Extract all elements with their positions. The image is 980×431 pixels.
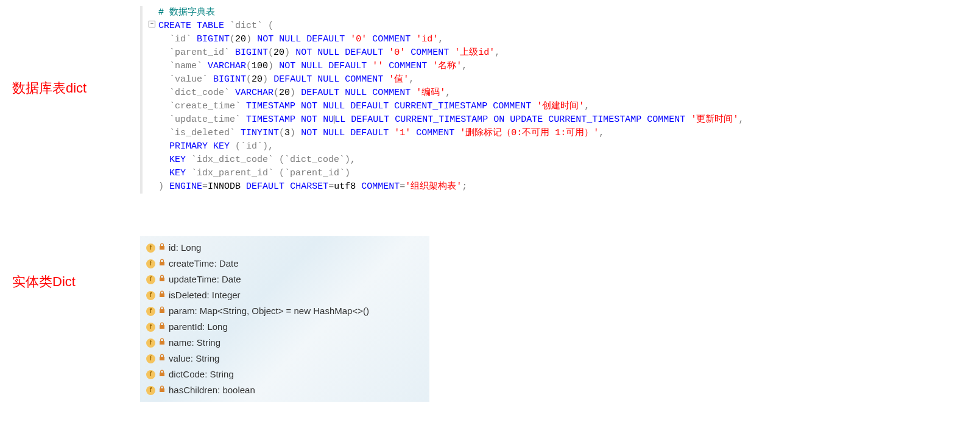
entity-field-row: fvalue: String <box>146 351 423 366</box>
entity-field-text: parentId: Long <box>169 319 228 335</box>
entity-field-text: name: String <box>169 335 220 351</box>
entity-fields-panel: fid: LongfcreateTime: DatefupdateTime: D… <box>140 236 429 402</box>
lock-icon <box>159 351 165 366</box>
entity-field-row: fhasChildren: boolean <box>146 382 423 398</box>
gutter-bar <box>140 6 143 194</box>
entity-field-row: fisDeleted: Integer <box>146 287 423 303</box>
field-icon: f <box>146 338 155 348</box>
entity-field-text: isDeleted: Integer <box>169 287 241 303</box>
sql-comment: # 数据字典表 <box>158 7 215 18</box>
entity-field-row: fupdateTime: Date <box>146 272 423 287</box>
lock-icon <box>159 319 165 335</box>
lock-icon <box>159 382 165 398</box>
lock-icon <box>159 240 165 256</box>
sql-code: # 数据字典表 CREATE TABLE `dict` ( `id` BIGIN… <box>158 6 980 194</box>
entity-field-row: fparam: Map<String, Object> = new HashMa… <box>146 303 423 319</box>
lock-icon <box>159 256 165 272</box>
field-icon: f <box>146 259 155 268</box>
entity-field-text: hasChildren: boolean <box>169 382 255 398</box>
field-icon: f <box>146 275 155 284</box>
entity-field-text: id: Long <box>169 240 201 256</box>
sql-code-block: − # 数据字典表 CREATE TABLE `dict` ( `id` BIG… <box>140 0 980 200</box>
entity-field-text: dictCode: String <box>169 366 234 382</box>
field-icon: f <box>146 370 155 379</box>
lock-icon <box>159 272 165 287</box>
lock-icon <box>159 335 165 351</box>
entity-field-text: updateTime: Date <box>169 272 241 287</box>
entity-field-text: value: String <box>169 351 219 366</box>
field-icon: f <box>146 244 155 253</box>
field-icon: f <box>146 291 155 300</box>
entity-field-row: fcreateTime: Date <box>146 256 423 272</box>
field-icon: f <box>146 323 155 332</box>
entity-field-row: fid: Long <box>146 240 423 256</box>
entity-field-text: param: Map<String, Object> = new HashMap… <box>169 303 369 319</box>
lock-icon <box>159 303 165 319</box>
entity-field-row: fparentId: Long <box>146 319 423 335</box>
entity-field-row: fname: String <box>146 335 423 351</box>
field-icon: f <box>146 307 155 316</box>
fold-minus-icon[interactable]: − <box>149 21 155 27</box>
lock-icon <box>159 287 165 303</box>
field-icon: f <box>146 354 155 363</box>
entity-field-row: fdictCode: String <box>146 366 423 382</box>
field-icon: f <box>146 386 155 395</box>
entity-class-label: 实体类Dict <box>0 236 140 291</box>
entity-field-text: createTime: Date <box>169 256 239 272</box>
lock-icon <box>159 366 165 382</box>
db-table-label: 数据库表dict <box>0 0 140 97</box>
